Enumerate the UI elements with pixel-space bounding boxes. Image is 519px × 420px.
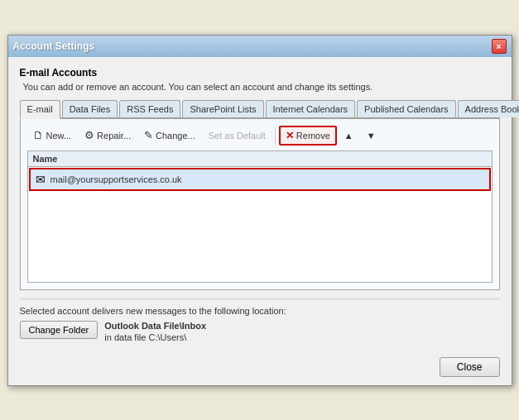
set-default-button[interactable]: Set as Default xyxy=(203,127,272,144)
repair-label: Repair... xyxy=(97,131,131,141)
tab-bar: E-mail Data Files RSS Feeds SharePoint L… xyxy=(20,100,500,119)
change-label: Change... xyxy=(156,131,195,141)
change-folder-button[interactable]: Change Folder xyxy=(20,321,99,339)
tab-address-books[interactable]: Address Books xyxy=(458,100,519,117)
new-label: New... xyxy=(46,131,72,141)
footer-row: Change Folder Outlook Data File\Inbox in… xyxy=(20,321,500,342)
accounts-table: Name ✉ mail@yoursupportservices.co.uk xyxy=(27,150,493,283)
repair-icon: ⚙ xyxy=(84,129,94,141)
tab-internet-calendars[interactable]: Internet Calendars xyxy=(266,100,356,117)
window-close-button[interactable]: × xyxy=(492,39,507,54)
window-title: Account Settings xyxy=(13,41,95,52)
tab-sharepoint-lists[interactable]: SharePoint Lists xyxy=(182,100,263,117)
up-arrow-icon: ▲ xyxy=(344,131,353,141)
toolbar-separator xyxy=(275,127,276,144)
footer-info-block: Outlook Data File\Inbox in data file C:\… xyxy=(104,321,206,342)
down-arrow-icon: ▼ xyxy=(367,131,376,141)
remove-button[interactable]: ✕ Remove xyxy=(279,126,337,146)
account-settings-window: Account Settings × E-mail Accounts You c… xyxy=(7,35,512,386)
repair-button[interactable]: ⚙ Repair... xyxy=(79,126,137,145)
email-row-text: mail@yoursupportservices.co.uk xyxy=(50,174,182,184)
window-body: E-mail Accounts You can add or remove an… xyxy=(8,57,512,351)
move-up-button[interactable]: ▲ xyxy=(339,127,359,144)
bottom-bar: Close xyxy=(8,351,512,385)
tab-data-files[interactable]: Data Files xyxy=(62,100,118,117)
remove-label: Remove xyxy=(296,131,330,141)
remove-x-icon: ✕ xyxy=(286,130,294,141)
close-button[interactable]: Close xyxy=(440,357,500,377)
section-desc: You can add or remove an account. You ca… xyxy=(20,82,500,92)
title-bar: Account Settings × xyxy=(8,36,512,57)
new-icon: 🗋 xyxy=(33,129,44,141)
email-row-icon: ✉ xyxy=(36,173,46,186)
tab-panel-email: 🗋 New... ⚙ Repair... ✎ Change... Set as … xyxy=(20,119,500,290)
tab-email[interactable]: E-mail xyxy=(20,100,60,119)
table-column-name: Name xyxy=(28,151,492,167)
footer-data-file-path: in data file C:\Users\ xyxy=(104,332,206,342)
inbox-label: Outlook Data File\Inbox xyxy=(104,321,206,331)
change-icon: ✎ xyxy=(144,129,153,141)
email-toolbar: 🗋 New... ⚙ Repair... ✎ Change... Set as … xyxy=(27,126,493,146)
move-down-button[interactable]: ▼ xyxy=(361,127,382,144)
new-button[interactable]: 🗋 New... xyxy=(27,126,78,145)
table-row[interactable]: ✉ mail@yoursupportservices.co.uk xyxy=(29,168,491,191)
tab-rss-feeds[interactable]: RSS Feeds xyxy=(119,100,180,117)
footer-desc: Selected account delivers new messages t… xyxy=(20,306,500,316)
footer-inbox-path: Outlook Data File\Inbox xyxy=(104,321,206,331)
set-default-label: Set as Default xyxy=(209,131,266,141)
footer-section: Selected account delivers new messages t… xyxy=(20,298,500,342)
section-title: E-mail Accounts xyxy=(20,67,500,79)
change-button[interactable]: ✎ Change... xyxy=(138,126,201,145)
tab-published-calendars[interactable]: Published Calendars xyxy=(357,100,456,117)
